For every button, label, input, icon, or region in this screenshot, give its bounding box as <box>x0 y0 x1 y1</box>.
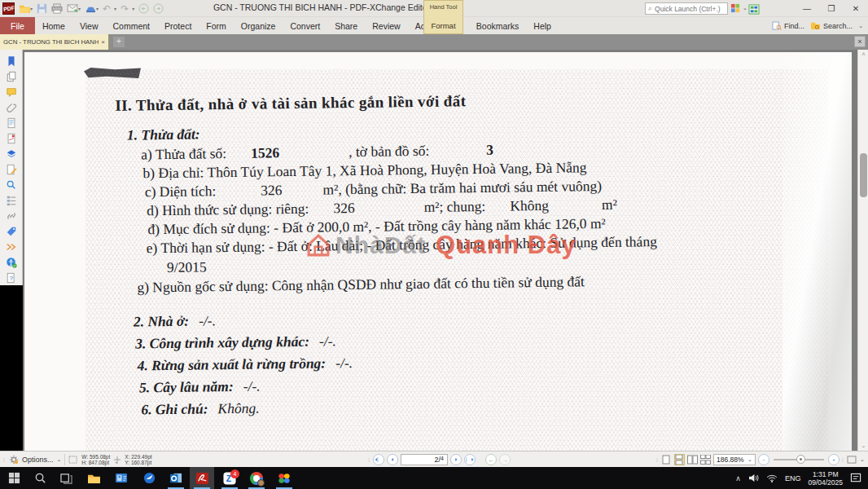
gear-icon <box>9 455 19 465</box>
menu-review[interactable]: Review <box>365 17 407 34</box>
tabbar-close-icon[interactable]: × <box>854 36 866 47</box>
zoom-level-box[interactable]: 186.88%⌄ <box>713 454 756 465</box>
statusbar-more-chevron[interactable]: ⌄ <box>860 456 865 463</box>
publish-button[interactable]: ▾ <box>84 2 99 15</box>
wifi-icon[interactable] <box>766 474 778 482</box>
people-app-icon[interactable] <box>109 467 134 489</box>
export-pane-icon[interactable] <box>4 163 19 176</box>
thumbnails-pane-icon[interactable] <box>4 70 19 83</box>
menu-organize[interactable]: Organize <box>234 17 283 34</box>
menu-home[interactable]: Home <box>35 17 72 34</box>
zoom-slider[interactable] <box>774 459 824 460</box>
nav-back-button[interactable] <box>138 2 150 15</box>
taskbar-search-icon[interactable] <box>28 467 52 489</box>
content-pane-icon[interactable] <box>4 117 19 130</box>
ui-theme-icon[interactable]: ⌄ <box>730 3 747 13</box>
ribbon-collapse-chevron[interactable]: ⌄ <box>858 23 863 29</box>
scroll-down-icon[interactable]: ⌄ <box>858 441 868 451</box>
tab-close-icon[interactable]: × <box>101 38 105 46</box>
search-button[interactable]: Search... <box>810 21 853 30</box>
chrome-icon[interactable] <box>244 467 269 489</box>
find-button[interactable]: Find... <box>772 21 804 30</box>
two-page-view-button[interactable] <box>687 454 698 465</box>
menu-form[interactable]: Form <box>199 17 234 34</box>
first-page-button[interactable]: ⏴⎸ <box>373 454 384 465</box>
task-view-icon[interactable] <box>54 467 78 489</box>
options-chevron[interactable]: ⌄ <box>56 456 61 463</box>
tags-pane-icon[interactable] <box>4 225 19 238</box>
butterfly-app-icon[interactable] <box>272 467 296 489</box>
comments-pane-icon[interactable] <box>4 86 19 99</box>
menu-format[interactable]: Format <box>431 21 455 30</box>
vertical-scrollbar-thumb[interactable] <box>860 153 867 197</box>
previous-page-button[interactable]: ⏴ <box>387 454 398 465</box>
zalo-icon[interactable]: Z4 <box>217 467 242 489</box>
links-pane-icon[interactable] <box>4 209 19 222</box>
options-button[interactable]: Options... <box>22 456 54 464</box>
view-forward-button[interactable]: → <box>499 454 511 465</box>
properties-pane-icon[interactable]: ? <box>4 271 19 284</box>
vertical-scrollbar[interactable]: ˄ ⌄ <box>857 50 868 451</box>
zalo-badge: 4 <box>230 469 239 478</box>
launch-apps-icon[interactable] <box>748 3 760 18</box>
bookmarks-pane-icon[interactable] <box>4 55 19 68</box>
maximize-button[interactable]: ❐ <box>826 4 837 13</box>
search-pane-icon[interactable] <box>4 178 19 192</box>
undo-dropdown[interactable]: ▾ <box>113 2 117 15</box>
two-page-continuous-button[interactable] <box>700 454 711 465</box>
perennial-line: 5. Cây lâu năm:-/-. <box>139 378 261 397</box>
file-explorer-icon[interactable] <box>81 467 106 489</box>
document-canvas[interactable]: II. Thửa đất, nhà ở và tài sản khác gắn … <box>23 50 857 451</box>
outlook-icon[interactable] <box>164 467 188 489</box>
document-tab-active[interactable]: GCN - TRUONG THI BICH HANH × <box>0 34 109 50</box>
signatures-pane-icon[interactable] <box>4 132 19 145</box>
print-button[interactable] <box>50 2 64 15</box>
save-button[interactable] <box>36 2 48 15</box>
menu-share[interactable]: Share <box>327 17 365 34</box>
page-number-box[interactable]: 2/4 <box>401 454 448 465</box>
language-indicator[interactable]: ENG <box>785 474 801 482</box>
menu-file[interactable]: File <box>0 17 35 34</box>
minimize-button[interactable]: — <box>801 4 813 13</box>
new-tab-button[interactable]: + <box>113 37 125 47</box>
menu-view[interactable]: View <box>72 17 106 34</box>
house-line: 2. Nhà ở:-/-. <box>134 312 216 330</box>
quick-launch-input[interactable] <box>655 5 723 13</box>
continuous-view-button[interactable] <box>674 454 685 465</box>
menu-help[interactable]: Help <box>526 17 559 34</box>
redo-button[interactable]: ↷ <box>120 2 129 15</box>
menu-protect[interactable]: Protect <box>157 17 199 34</box>
scroll-up-icon[interactable]: ˄ <box>858 50 868 59</box>
open-file-button[interactable]: ▾ <box>18 2 33 15</box>
destinations-pane-icon[interactable] <box>4 240 19 253</box>
accessibility-pane-icon[interactable] <box>4 256 19 269</box>
attachments-pane-icon[interactable] <box>4 101 19 114</box>
quick-launch-box[interactable]: ⌕ <box>645 2 728 15</box>
taskbar-clock[interactable]: 1:31 PM09/04/2025 <box>808 470 843 487</box>
view-back-button[interactable]: ← <box>485 454 497 465</box>
fields-pane-icon[interactable] <box>4 194 19 207</box>
redo-dropdown[interactable]: ▾ <box>131 2 135 15</box>
document-page[interactable]: II. Thửa đất, nhà ở và tài sản khác gắn … <box>24 52 852 451</box>
menu-bookmarks[interactable]: Bookmarks <box>469 17 527 34</box>
pdf-xchange-taskbar-icon[interactable] <box>190 467 214 489</box>
start-button[interactable] <box>2 467 26 489</box>
speaker-icon[interactable] <box>748 474 759 482</box>
email-button[interactable]: ▾ <box>66 2 81 15</box>
zoom-out-button[interactable]: − <box>758 454 769 465</box>
layers-pane-icon[interactable] <box>4 148 19 161</box>
zoom-in-button[interactable]: + <box>828 454 840 465</box>
last-page-button[interactable]: ⎸⏵ <box>464 454 476 465</box>
next-page-button[interactable]: ⏵ <box>450 454 462 465</box>
nav-forward-button[interactable] <box>152 2 164 15</box>
undo-button[interactable]: ↶ <box>102 2 112 15</box>
fit-page-button[interactable] <box>847 454 857 465</box>
close-button[interactable]: ✕ <box>850 4 861 13</box>
menu-comment[interactable]: Comment <box>106 17 158 34</box>
zoom-slider-knob[interactable] <box>796 455 805 464</box>
menu-convert[interactable]: Convert <box>283 17 327 34</box>
action-center-icon[interactable] <box>850 473 861 483</box>
single-page-view-button[interactable] <box>661 454 672 465</box>
tray-expand-chevron[interactable]: ∧ <box>735 474 741 482</box>
blue-circle-app-icon[interactable] <box>137 467 161 489</box>
